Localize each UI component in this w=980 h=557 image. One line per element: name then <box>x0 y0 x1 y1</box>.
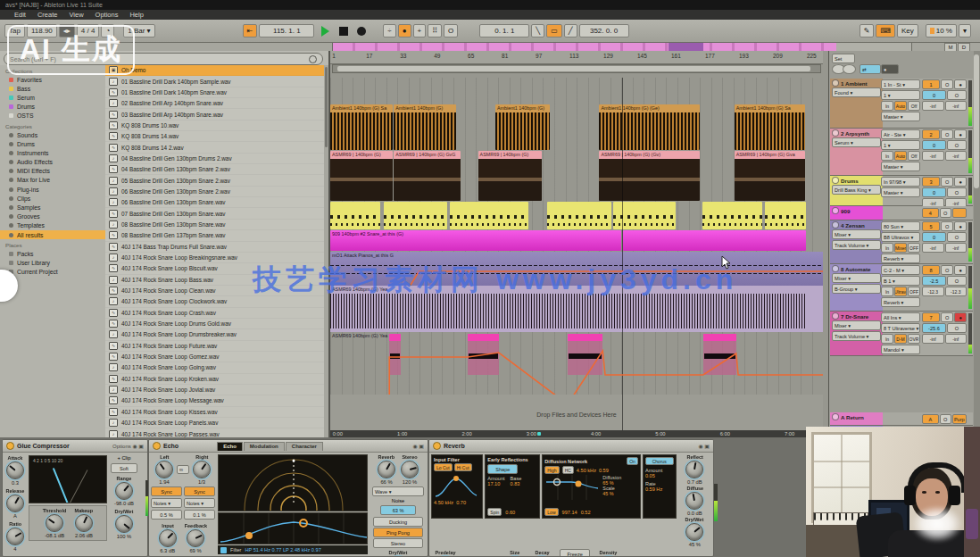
clip[interactable]: ASMR69 | 140bpm (G) <box>330 151 393 201</box>
spin-button[interactable]: Spin <box>487 508 502 516</box>
echo-reverb-knob[interactable]: Reverb66 % <box>378 454 395 485</box>
menu-item-edit[interactable]: Edit <box>14 11 26 19</box>
echo-filter-display[interactable] <box>218 512 368 545</box>
clip[interactable] <box>547 202 611 229</box>
io-dropdown[interactable]: In 97/98 ▾ <box>881 177 920 187</box>
hi-cut-button[interactable]: Hi Cut <box>454 463 472 471</box>
pan-field[interactable]: O <box>947 323 967 333</box>
tab-modulation[interactable]: Modulation <box>244 442 285 451</box>
file-row[interactable]: ∿40J 174 Rock Snare Loop Gomez.wav <box>105 352 328 362</box>
clip[interactable] <box>765 202 806 229</box>
tab-echo[interactable]: Echo <box>217 442 243 451</box>
file-row[interactable]: ∿40J 174 Rock Snare Loop Kisses.wav <box>105 407 328 418</box>
draw-mode-button[interactable]: ✎ <box>860 24 875 37</box>
clip[interactable] <box>450 202 528 229</box>
pan-field[interactable]: O <box>947 187 967 197</box>
loop-length-field[interactable]: 352. 0. 0 <box>579 24 629 37</box>
punch-out-button[interactable]: ╱ <box>564 24 577 37</box>
sidebar-item-favorites[interactable]: Favorites <box>0 75 105 84</box>
track-activator-led[interactable] <box>832 79 839 87</box>
file-row[interactable]: ▣Oh Demo <box>105 65 328 76</box>
track-activator[interactable]: 4 <box>922 208 939 218</box>
echo-right-time-knob[interactable]: Right1/3 <box>193 454 211 485</box>
capture-midi-button[interactable]: + <box>413 24 427 37</box>
track-header[interactable]: 4 ZensanMixer ▾Track Volume ▾ 80 Sun ▾B8… <box>830 220 973 264</box>
menu-item-help[interactable]: Help <box>129 11 143 19</box>
ratio-knob[interactable]: Ratio4 <box>5 521 25 552</box>
volume-field[interactable]: 0 <box>922 140 946 150</box>
solo-button[interactable]: O <box>940 208 951 218</box>
decay-knob[interactable]: Decay4.20 s <box>533 550 551 557</box>
track-activator-led[interactable] <box>832 265 839 272</box>
monitor-chip[interactable]: Auto <box>894 101 907 111</box>
track-device-dropdown[interactable]: Serum ▾ <box>832 137 881 147</box>
arm-button[interactable]: ● <box>954 221 967 231</box>
file-row[interactable]: ∿40J 174 Rock Snare Loop Drums Gold.wav <box>105 319 328 329</box>
track-device-dropdown[interactable]: Mixer ▾ <box>832 273 881 283</box>
monitor-chip[interactable]: In <box>881 334 893 344</box>
clip[interactable]: ASMR69 | 140bpm (G) Gva <box>735 151 805 201</box>
loop-start-field[interactable]: 0. 1. 1 <box>479 24 529 37</box>
stop-button[interactable] <box>339 27 348 36</box>
monitor-chip[interactable]: In <box>881 151 893 161</box>
track-lane-wave-pink[interactable]: ASMR69 | 140bpm (G)ASMR69 | 140bpm (G) G… <box>330 151 823 202</box>
sidebar-item-bass[interactable]: Bass <box>0 84 105 93</box>
mixer-view-toggle[interactable]: ⇄ <box>860 64 881 74</box>
arrangement-position-field[interactable]: 115. 1. 1 <box>259 24 314 37</box>
track-header[interactable]: A Return A O Purp <box>830 412 973 426</box>
io-dropdown[interactable]: B 1 ▾ <box>881 276 920 286</box>
stereo-link-button[interactable]: ∞ <box>177 465 189 474</box>
pan-field[interactable]: O <box>947 232 967 242</box>
echo-tunnel-display[interactable] <box>218 454 368 511</box>
shape-button[interactable]: Shape <box>487 464 518 474</box>
track-lane-wave-orange[interactable]: Ambient1 140bpm (G) SaAmbient1 140bpm (G… <box>330 104 823 151</box>
track-lane-pink-auto[interactable]: ASMR69 140bpm (G) Yea <box>330 332 823 395</box>
file-row[interactable]: ∿40J 174 Rock Snare Loop Crash.wav <box>105 308 328 319</box>
time-ruler[interactable]: 0:001:002:003:004:005:006:007:00 <box>330 430 823 437</box>
echo-left-time-knob[interactable]: Left1.94 <box>155 454 173 485</box>
track-activator[interactable]: 7 <box>922 312 940 322</box>
reverb-early-reflections-section[interactable]: Early Reflections Shape Amount17.10 Base… <box>485 454 540 519</box>
output-dropdown[interactable]: Master ▾ <box>881 112 920 121</box>
sidebar-item-grooves[interactable]: Grooves <box>0 212 105 221</box>
track-device-dropdown[interactable]: Track Volume ▾ <box>832 331 881 341</box>
size-knob[interactable]: Size100.3 <box>506 550 524 557</box>
file-row[interactable]: ∿40J 174 Rock Snare Loop Message.wav <box>105 395 328 406</box>
file-row[interactable]: ♪40J 174 Rock Snare Loop Passes.wav <box>105 428 328 437</box>
reflect-level-knob[interactable]: Reflect0.7 dB <box>685 454 703 485</box>
device-activator[interactable] <box>6 442 14 450</box>
offset-right-field[interactable]: 0.1 % <box>184 510 215 520</box>
track-activator-led[interactable] <box>832 177 839 184</box>
record-button[interactable] <box>357 27 366 36</box>
noise-amount-field[interactable]: 63 % <box>380 505 416 515</box>
track-lane-empty[interactable]: Drop Files and Devices Here <box>330 395 823 434</box>
output-dropdown[interactable]: Master ▾ <box>881 162 920 171</box>
sync-left-button[interactable]: Sync <box>151 486 182 496</box>
menu-item-options[interactable]: Options <box>96 11 119 19</box>
arrangement-h-scrollbar[interactable] <box>332 64 821 73</box>
pan-field[interactable]: O <box>947 276 967 286</box>
track-device-dropdown[interactable]: Track Volume ▾ <box>832 240 881 250</box>
device-activator[interactable] <box>153 442 161 450</box>
track-activator[interactable]: 1 <box>922 79 940 89</box>
monitor-chip[interactable]: Off <box>908 101 920 111</box>
automation-arm-button[interactable]: ● <box>398 24 411 37</box>
ping-pong-button[interactable]: Ping Pong <box>373 528 423 537</box>
sidebar-item-serum[interactable]: Serum <box>0 93 105 102</box>
play-button[interactable] <box>321 26 329 37</box>
clip[interactable]: ASMR69 | 140bpm (G) GvG <box>394 151 461 201</box>
io-dropdown[interactable]: 1 In - St ▾ <box>881 79 920 89</box>
track-activator-led[interactable] <box>832 129 839 137</box>
menu-item-view[interactable]: View <box>69 11 83 19</box>
hi-shelf-button[interactable]: High <box>544 466 559 474</box>
feedback-knob[interactable]: Feedback69 % <box>184 523 208 553</box>
file-row[interactable]: ♪02 Bassline Drill Arp 140bpm Snare.wav <box>105 98 328 109</box>
offset-left-field[interactable]: 0.5 % <box>151 510 182 520</box>
hc-button[interactable]: HC <box>562 466 574 474</box>
bar-ruler[interactable]: 1173349658197113129145161177193209225 <box>330 51 823 64</box>
track-header[interactable]: 1 AmbientFound ▾ 1 In - St ▾1 ▾InAutoOff… <box>830 79 973 129</box>
density-knob[interactable]: DensityHigh <box>599 550 618 557</box>
sync-right-button[interactable]: Sync <box>184 486 215 496</box>
track-header[interactable]: 7 Dr-SnareMixer ▾Track Volume ▾ All Ins … <box>830 312 973 356</box>
echo-stereo-knob[interactable]: Stereo120 % <box>401 454 419 485</box>
